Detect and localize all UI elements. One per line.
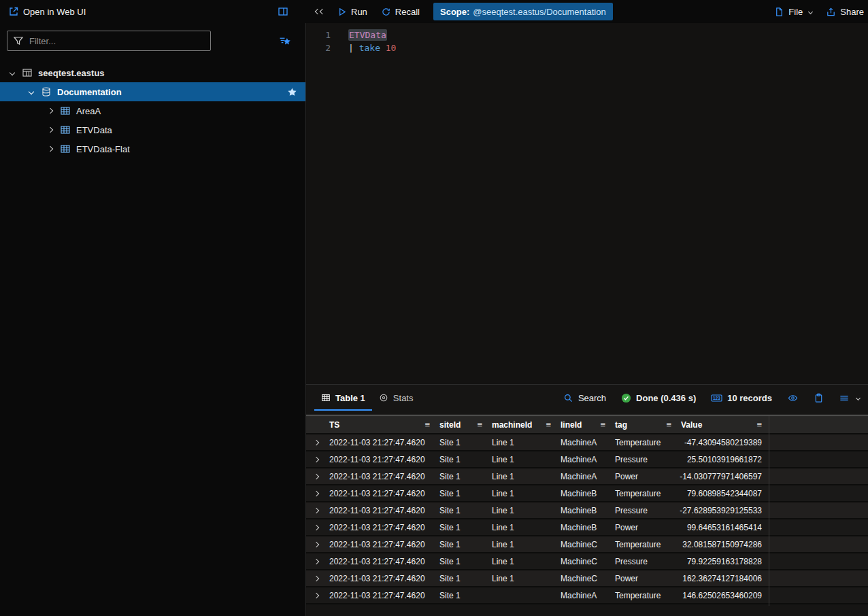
recall-icon — [381, 7, 391, 17]
row-expander[interactable] — [306, 434, 327, 450]
chevron-down-icon[interactable] — [26, 90, 37, 94]
tab-stats-label: Stats — [393, 393, 414, 403]
cell-siteid: Site 1 — [437, 451, 489, 467]
cell-ts: 2022-11-03 21:27:47.4620 — [327, 502, 437, 518]
table-row[interactable]: 2022-11-03 21:27:47.4620 Site 1 Line 1 M… — [306, 434, 868, 451]
table-row[interactable]: 2022-11-03 21:27:47.4620 Site 1 Line 1 M… — [306, 519, 868, 536]
collapse-toolbar-button[interactable] — [316, 10, 324, 14]
chevron-right-icon[interactable] — [45, 147, 56, 151]
table-row[interactable]: 2022-11-03 21:27:47.4620 Site 1 Line 1 M… — [306, 485, 868, 502]
scope-selector[interactable]: Scope: @seeqtest.eastus/Documentation — [433, 3, 613, 20]
tab-table-1-label: Table 1 — [335, 393, 365, 403]
split-panel-icon[interactable] — [278, 6, 288, 17]
cell-lineid: MachineC — [558, 570, 612, 586]
row-expander[interactable] — [306, 502, 327, 518]
row-expander[interactable] — [306, 468, 327, 484]
table-name-token: ETVData — [348, 29, 387, 41]
chevron-down-icon[interactable] — [7, 71, 18, 75]
tree-item-label: seeqtest.eastus — [38, 68, 105, 78]
query-editor[interactable]: 1 ETVData 2 | take 10 — [306, 23, 868, 384]
table-row[interactable]: 2022-11-03 21:27:47.4620 Site 1 Line 1 M… — [306, 502, 868, 519]
column-header-lineid[interactable]: lineId≡ — [558, 416, 612, 433]
row-expander[interactable] — [306, 553, 327, 569]
cell-tag: Temperature — [612, 536, 678, 552]
cell-tag: Temperature — [612, 485, 678, 501]
cell-tag: Power — [612, 570, 678, 586]
topbar-sidebar-section: Open in Web UI — [0, 0, 306, 23]
cell-value: 79.60898542344087 — [678, 485, 769, 501]
table-row[interactable]: 2022-11-03 21:27:47.4620 Site 1 MachineA… — [306, 587, 868, 604]
column-header-siteid[interactable]: siteId≡ — [437, 416, 489, 433]
run-button[interactable]: Run — [337, 7, 367, 17]
cluster-icon — [22, 67, 33, 78]
row-expander[interactable] — [306, 519, 327, 535]
number-token: 10 — [386, 43, 397, 53]
tree-item-database-documentation[interactable]: Documentation — [0, 82, 305, 101]
chevron-right-icon[interactable] — [45, 109, 56, 113]
table-icon — [60, 124, 71, 135]
svg-text:123: 123 — [713, 396, 720, 400]
pipe-token: | — [348, 43, 359, 53]
table-row[interactable]: 2022-11-03 21:27:47.4620 Site 1 Line 1 M… — [306, 468, 868, 485]
table-row[interactable]: 2022-11-03 21:27:47.4620 Site 1 Line 1 M… — [306, 536, 868, 553]
favorite-star-icon[interactable] — [287, 87, 297, 97]
copy-results-button[interactable] — [814, 385, 824, 411]
column-menu-icon[interactable]: ≡ — [477, 420, 486, 430]
results-toolbar: Table 1 Stats Search — [306, 385, 868, 411]
table-icon — [60, 143, 71, 154]
search-button[interactable]: Search — [563, 385, 606, 411]
cell-ts: 2022-11-03 21:27:47.4620 — [327, 587, 437, 603]
row-expander[interactable] — [306, 485, 327, 501]
tab-table-1[interactable]: Table 1 — [314, 385, 372, 411]
cell-tag: Pressure — [612, 451, 678, 467]
cell-siteid: Site 1 — [437, 502, 489, 518]
preview-toggle-button[interactable] — [787, 385, 799, 411]
row-expander[interactable] — [306, 587, 327, 603]
column-header-ts[interactable]: TS≡ — [327, 416, 437, 433]
column-menu-icon[interactable]: ≡ — [424, 420, 434, 430]
share-button[interactable]: Share — [826, 7, 864, 17]
column-header-tag[interactable]: tag≡ — [612, 416, 678, 433]
column-menu-icon[interactable]: ≡ — [546, 420, 555, 430]
column-menu-icon[interactable]: ≡ — [666, 420, 675, 430]
scope-label: Scope: — [440, 7, 469, 17]
row-expander[interactable] — [306, 451, 327, 467]
tree-item-table-etvdata-flat[interactable]: ETVData-Flat — [0, 139, 305, 158]
open-in-webui-button[interactable]: Open in Web UI — [8, 6, 86, 17]
view-options-button[interactable] — [839, 385, 860, 411]
tab-stats[interactable]: Stats — [372, 385, 420, 411]
column-header-machineid[interactable]: machineId≡ — [489, 416, 558, 433]
cell-lineid: MachineA — [558, 451, 612, 467]
cell-value: -27.628953929125533 — [678, 502, 769, 518]
cell-machineid: Line 1 — [489, 519, 558, 535]
file-menu-button[interactable]: File — [774, 7, 812, 17]
tree-item-table-areaa[interactable]: AreaA — [0, 101, 305, 120]
cell-tag: Pressure — [612, 502, 678, 518]
row-expander[interactable] — [306, 536, 327, 552]
row-expander[interactable] — [306, 570, 327, 586]
tree-item-cluster[interactable]: seeqtest.eastus — [0, 63, 305, 82]
cell-ts: 2022-11-03 21:27:47.4620 — [327, 519, 437, 535]
column-menu-icon[interactable]: ≡ — [600, 420, 610, 430]
favorites-filter-icon[interactable] — [279, 35, 290, 47]
cell-ts: 2022-11-03 21:27:47.4620 — [327, 536, 437, 552]
share-icon — [826, 7, 836, 17]
table-row[interactable]: 2022-11-03 21:27:47.4620 Site 1 Line 1 M… — [306, 570, 868, 587]
search-icon — [563, 393, 573, 403]
tree-item-label: ETVData-Flat — [76, 144, 130, 154]
cell-machineid: Line 1 — [489, 485, 558, 501]
tree-item-table-etvdata[interactable]: ETVData — [0, 120, 305, 139]
table-row[interactable]: 2022-11-03 21:27:47.4620 Site 1 Line 1 M… — [306, 451, 868, 468]
filter-input[interactable] — [7, 31, 211, 51]
chevron-right-icon[interactable] — [45, 128, 56, 132]
cell-siteid: Site 1 — [437, 553, 489, 569]
table-row[interactable]: 2022-11-03 21:27:47.4620 Site 1 Line 1 M… — [306, 553, 868, 570]
cell-machineid — [489, 587, 558, 603]
funnel-icon — [13, 35, 24, 46]
recall-button[interactable]: Recall — [381, 7, 420, 17]
column-header-value[interactable]: Value≡ — [678, 416, 769, 433]
connections-sidebar: seeqtest.eastus Documentation — [0, 23, 306, 616]
column-menu-icon[interactable]: ≡ — [756, 420, 766, 430]
cell-value: 32.081587150974286 — [678, 536, 769, 552]
table-grid-icon — [321, 393, 331, 403]
